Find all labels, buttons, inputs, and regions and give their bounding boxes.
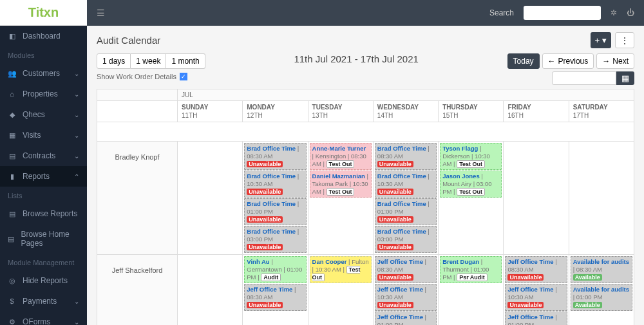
event-status: Test Out xyxy=(327,188,355,196)
view-month-button[interactable]: 1 month xyxy=(166,53,205,69)
event-status: Unavailable xyxy=(507,302,544,308)
bug-icon[interactable]: ✲ xyxy=(611,8,617,17)
calendar-event[interactable]: Jeff Office Time | 08:30 AM Unavailable xyxy=(244,284,306,311)
nav-label: Qhecs xyxy=(23,110,45,119)
event-title: Daniel Mazmanian xyxy=(312,172,365,180)
work-order-checkbox[interactable]: ✓ xyxy=(180,73,187,80)
nav-label: Dashboard xyxy=(23,32,61,41)
event-status: Unavailable xyxy=(377,302,413,308)
add-button[interactable]: + ▾ xyxy=(591,32,612,48)
topbar: ☰ Search ✲ ⏻ xyxy=(87,0,644,26)
nav-properties[interactable]: ⌂Properties⌄ xyxy=(0,84,87,104)
nav-payments[interactable]: $Payments⌄ xyxy=(0,291,87,311)
event-status: Unavailable xyxy=(377,189,413,195)
chevron-down-icon: ⌄ xyxy=(74,298,79,305)
today-button[interactable]: Today xyxy=(507,53,540,69)
calendar-event[interactable]: Brent Dugan | Thurmont | 01:00 PM | Psr … xyxy=(440,256,502,283)
nav-hide-reports[interactable]: ◎Hide Reports xyxy=(0,270,87,291)
chevron-up-icon: ⌃ xyxy=(74,173,79,180)
nav-oforms[interactable]: ⚙OForms⌄ xyxy=(0,311,87,325)
view-week-button[interactable]: 1 week xyxy=(131,53,166,69)
event-status: Unavailable xyxy=(247,161,283,167)
nav-browse-reports[interactable]: ▤Browse Reports xyxy=(0,203,87,224)
nav-contracts[interactable]: ▤Contracts⌄ xyxy=(0,145,87,166)
calendar-event[interactable]: Vinh Au | Germantown | 01:00 PM | Audit xyxy=(244,256,306,283)
nav-label: Reports xyxy=(23,172,50,181)
event-status: Audit xyxy=(261,274,281,281)
event-title: Jason Jones xyxy=(442,172,480,180)
list-icon: ▤ xyxy=(8,235,14,243)
calendar-event[interactable]: Jason Jones | Mount Airy | 03:00 PM | Te… xyxy=(440,171,502,198)
calendar-event[interactable]: Jeff Office Time | 08:30 AM Unavailable xyxy=(375,256,437,283)
calendar-event[interactable]: Brad Office Time | 10:30 AM Unavailable xyxy=(375,171,437,198)
event-title: Jeff Office Time xyxy=(377,286,423,293)
event-status: Unavailable xyxy=(377,161,413,167)
power-icon[interactable]: ⏻ xyxy=(627,8,634,17)
event-title: Jeff Office Time xyxy=(507,313,553,320)
file-icon: ▤ xyxy=(8,152,16,160)
day-head-mon: MONDAY12TH xyxy=(243,101,308,122)
calendar-event[interactable]: Jeff Office Time | 01:00 PM Unavailable xyxy=(375,311,437,325)
logo[interactable]: Titxn xyxy=(0,0,87,26)
more-options-button[interactable]: ⋮ xyxy=(615,32,634,48)
calendar-event[interactable]: Tyson Flagg | Dickerson | 10:30 AM | Tes… xyxy=(440,143,502,170)
chevron-down-icon: ⌄ xyxy=(74,319,79,326)
event-status: Unavailable xyxy=(507,274,544,281)
next-button[interactable]: → Next xyxy=(596,53,634,69)
page-title: Audit Calendar xyxy=(97,35,160,46)
nav-qhecs[interactable]: ◆Qhecs⌄ xyxy=(0,104,87,125)
nav-browse-home[interactable]: ▤Browse Home Pages xyxy=(0,224,87,254)
nav-customers[interactable]: 👥Customers⌄ xyxy=(0,63,87,84)
calendar-event[interactable]: Brad Office Time | 01:00 PM Unavailable xyxy=(244,198,306,225)
nav-label: Properties xyxy=(23,89,58,98)
nav-visits[interactable]: ▦Visits⌄ xyxy=(0,125,87,145)
event-title: Brad Office Time xyxy=(377,145,426,152)
eye-off-icon: ◎ xyxy=(8,277,16,285)
nav-dashboard[interactable]: ◧Dashboard xyxy=(0,26,87,46)
calendar-event[interactable]: Brad Office Time | 03:00 PM Unavailable xyxy=(244,226,306,253)
nav-label: Browse Home Pages xyxy=(21,230,79,248)
calendar-event[interactable]: Jeff Office Time | 08:30 AM Unavailable xyxy=(505,256,567,283)
calendar-event[interactable]: Anne-Marie Turner | Kensington | 08:30 A… xyxy=(310,143,372,170)
search-input[interactable] xyxy=(524,6,601,20)
calendar-event[interactable]: Brad Office Time | 01:00 PM Unavailable xyxy=(375,198,437,225)
calendar-event[interactable]: Available for audits | 08:30 AM Availabl… xyxy=(571,256,632,283)
view-days-button[interactable]: 1 days xyxy=(97,53,131,69)
calendar-event[interactable]: Jeff Office Time | 10:30 AM Unavailable xyxy=(375,284,437,311)
calendar-event[interactable]: Brad Office Time | 08:30 AM Unavailable xyxy=(244,143,306,170)
chevron-down-icon: ⌄ xyxy=(74,132,79,139)
calendar-event[interactable]: Brad Office Time | 03:00 PM Unavailable xyxy=(375,226,437,253)
menu-toggle-icon[interactable]: ☰ xyxy=(97,8,105,18)
event-title: Brent Dugan xyxy=(442,258,479,265)
work-order-label: Show Work Order Details xyxy=(97,73,176,80)
users-icon: 👥 xyxy=(8,70,16,78)
chevron-down-icon: ⌄ xyxy=(74,70,79,77)
date-picker-input[interactable] xyxy=(552,71,616,85)
calendar-event[interactable]: Brad Office Time | 10:30 AM Unavailable xyxy=(244,171,306,198)
calendar-event[interactable]: Jeff Office Time | 10:30 AM Unavailable xyxy=(505,284,567,311)
calendar-icon: ▦ xyxy=(8,131,16,140)
event-meta: | 01:00 PM xyxy=(573,293,603,301)
calendar-event[interactable]: Available for audits | 01:00 PM Availabl… xyxy=(571,284,632,311)
dollar-icon: $ xyxy=(8,297,16,305)
date-range-title: 11th Jul 2021 - 17th Jul 2021 xyxy=(294,53,418,64)
nav-label: Payments xyxy=(23,297,57,306)
day-head-sun: SUNDAY11TH xyxy=(178,101,243,122)
nav-reports[interactable]: ▮Reports⌃ xyxy=(0,166,87,187)
calendar-event[interactable]: Dan Cooper | Fulton | 10:30 AM | Test Ou… xyxy=(310,256,372,283)
section-modules: Modules xyxy=(0,46,87,63)
day-head-thu: THURSDAY15TH xyxy=(439,101,504,122)
prev-button[interactable]: ← Previous xyxy=(542,53,594,69)
calendar-event[interactable]: Brad Office Time | 08:30 AM Unavailable xyxy=(375,143,437,170)
calendar-event[interactable]: Jeff Office Time | 01:00 PM Unavailable xyxy=(505,311,567,325)
event-status: Available xyxy=(573,302,602,308)
chart-icon: ▮ xyxy=(8,172,16,181)
calendar-event[interactable]: Daniel Mazmanian | Takoma Park | 10:30 A… xyxy=(310,171,372,198)
event-status: Unavailable xyxy=(247,302,283,308)
event-title: Brad Office Time xyxy=(247,200,296,207)
event-status: Test Out xyxy=(457,160,485,168)
date-picker-button[interactable]: ▦ xyxy=(616,71,634,85)
search-label: Search xyxy=(489,8,514,17)
event-title: Vinh Au xyxy=(247,258,269,265)
chevron-left-icon: ← xyxy=(548,57,556,66)
